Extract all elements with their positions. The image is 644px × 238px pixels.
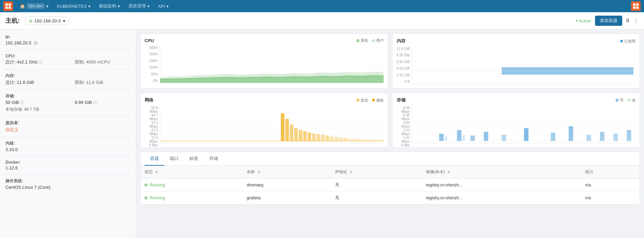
running-dot-icon-2 bbox=[145, 197, 147, 199]
row1-stats: n/a bbox=[581, 179, 640, 191]
nav-infrastructure-label: 基础架构 bbox=[99, 3, 116, 9]
network-chart-area: 55.8 Mbps 44.7 Mbps 33.5 Mbps 22.3 Mbps … bbox=[145, 106, 384, 143]
table-row[interactable]: Running dnsmasq 无 registry.cn-shenzh... … bbox=[141, 179, 640, 191]
nav-right-icon[interactable] bbox=[631, 1, 641, 11]
os-value: CentOS Linux 7 (Core) bbox=[5, 185, 130, 190]
memory-used-dot bbox=[620, 40, 623, 42]
svg-rect-43 bbox=[361, 139, 365, 141]
svg-rect-59 bbox=[568, 126, 573, 141]
storage-total: 50 GiB bbox=[5, 100, 19, 105]
storage-write-dot bbox=[616, 99, 618, 102]
charts-grid: CPU 系统 用户 400% bbox=[140, 34, 640, 148]
storage-y-1: 8.06 Mbps bbox=[397, 106, 410, 113]
network-recv-dot bbox=[372, 99, 375, 102]
row1-name: dnsmasq bbox=[243, 179, 331, 191]
svg-rect-42 bbox=[357, 139, 361, 141]
memory-y-axis: 11.6 GiB 9.26 GiB 6.95 GiB 4.63 GiB 2.32… bbox=[397, 47, 412, 84]
storage-used: 9.99 GiB bbox=[75, 100, 92, 105]
col-status[interactable]: 状态 ⇅ bbox=[141, 166, 243, 179]
logo-icon[interactable] bbox=[3, 1, 13, 11]
memory-chart-title: 内存 bbox=[397, 38, 406, 44]
network-y-2: 44.7 Mbps bbox=[145, 113, 158, 121]
memory-legend-used: 已使用 bbox=[620, 39, 635, 44]
os-label: 操作系统: bbox=[5, 178, 130, 184]
info-memory-section: 内存: 总计: 11.6 GiB 限制: 11.6 GiB bbox=[5, 73, 130, 86]
row1-image: registry.cn-shenzh... bbox=[422, 179, 581, 191]
docker-label: Docker: bbox=[5, 160, 130, 165]
memory-limit: 限制: 11.6 GiB bbox=[75, 80, 103, 85]
more-options-icon[interactable]: ⋮ bbox=[633, 18, 639, 24]
cpu-chart-title: CPU bbox=[145, 38, 154, 43]
svg-rect-5 bbox=[636, 3, 639, 6]
storage-chart-content bbox=[412, 106, 636, 143]
nav-api-label: API bbox=[158, 4, 165, 9]
col-stats: 统计 bbox=[581, 166, 640, 179]
svg-rect-45 bbox=[370, 140, 374, 141]
nav-kubernetes[interactable]: KUBERNETES ▾ bbox=[53, 0, 95, 12]
info-docker-section: Docker: 1.12.6 bbox=[5, 160, 130, 170]
tab-ports[interactable]: 端口 bbox=[164, 152, 184, 166]
host-selector[interactable]: ▤ 192-168-20-5 ▾ bbox=[25, 17, 69, 25]
storage-chart-area: 8.06 Mbps 6.45 Mbps 4.84 Mbps 3.23 Mbps … bbox=[397, 106, 636, 143]
nav-system[interactable]: 系统管理 ▾ bbox=[124, 0, 154, 12]
tab-storage[interactable]: 存储 bbox=[204, 152, 224, 166]
col-name[interactable]: 名称 ⇅ bbox=[243, 166, 331, 179]
svg-rect-6 bbox=[633, 6, 635, 9]
network-send-label: 发送 bbox=[361, 98, 368, 103]
row2-name: grafana bbox=[243, 191, 331, 204]
nav-host[interactable]: 🏠 k8s-dev ▾ bbox=[16, 0, 53, 12]
cpu-system-label: 系统 bbox=[361, 38, 368, 43]
svg-rect-34 bbox=[321, 135, 325, 141]
left-panel: IP: 192.168.20.5 ⧉ CPU: 总计: 4x2.1 GHz ⓘ … bbox=[0, 30, 136, 238]
info-storage-section: 存储: 50 GiB ⓘ 9.99 GiB ⓘ 本地存储: 48.7 TiB bbox=[5, 93, 130, 112]
storage-y-2: 6.45 Mbps bbox=[397, 113, 410, 121]
row1-ip: 无 bbox=[331, 179, 422, 191]
col-image[interactable]: 镜像(命令) ⇅ bbox=[422, 166, 581, 179]
copy-icon[interactable]: ⧉ bbox=[34, 40, 37, 45]
table-row[interactable]: Running grafana 无 registry.cn-shenzh... … bbox=[141, 191, 640, 204]
row2-ip: 无 bbox=[331, 191, 422, 204]
memory-label: 内存: bbox=[5, 73, 130, 79]
host-icon: 🏠 bbox=[20, 4, 25, 9]
cpu-y-160: 160% bbox=[145, 66, 158, 69]
network-chart-title: 网络 bbox=[145, 97, 153, 103]
host-selector-chevron: ▾ bbox=[63, 18, 65, 23]
memory-used-label: 已使用 bbox=[624, 39, 635, 44]
nav-api[interactable]: API ▾ bbox=[154, 0, 173, 12]
svg-rect-37 bbox=[334, 137, 338, 141]
storage-read-dot bbox=[628, 99, 630, 102]
ip-sort-icon: ⇅ bbox=[350, 170, 352, 174]
provider-value[interactable]: 自定义 bbox=[5, 127, 130, 133]
nav-infrastructure[interactable]: 基础架构 ▾ bbox=[95, 0, 124, 12]
memory-chart-area: 11.6 GiB 9.26 GiB 6.95 GiB 4.63 GiB 2.32… bbox=[397, 47, 636, 84]
svg-rect-29 bbox=[299, 130, 302, 141]
network-send-dot bbox=[357, 99, 359, 102]
tab-labels[interactable]: 标签 bbox=[184, 152, 204, 166]
svg-rect-62 bbox=[613, 134, 617, 141]
cpu-total: 总计: 4x2.1 GHz bbox=[5, 59, 38, 65]
svg-rect-25 bbox=[281, 113, 285, 141]
host-selector-name: 192-168-20-5 bbox=[34, 18, 61, 23]
network-legend-recv: 接收 bbox=[372, 98, 384, 103]
svg-rect-53 bbox=[457, 130, 461, 141]
tab-containers[interactable]: 容器 bbox=[145, 152, 164, 166]
page-header: 主机: ▤ 192-168-20-5 ▾ Active 添加容器 ⏸ ⋮ bbox=[0, 12, 644, 30]
cpu-y-320: 320% bbox=[145, 52, 158, 56]
kubernetes-chevron-icon: ▾ bbox=[88, 4, 90, 9]
col-ip-label: IP地址 bbox=[335, 169, 347, 174]
image-sort-icon: ⇅ bbox=[447, 170, 450, 174]
memory-y-2: 9.26 GiB bbox=[397, 53, 410, 57]
svg-rect-47 bbox=[379, 140, 383, 141]
cpu-chart-header: CPU 系统 用户 bbox=[145, 38, 384, 43]
top-nav: 🏠 k8s-dev ▾ KUBERNETES ▾ 基础架构 ▾ 系统管理 ▾ A… bbox=[0, 0, 644, 12]
svg-rect-30 bbox=[303, 131, 307, 141]
cpu-y-80: 80% bbox=[145, 72, 158, 76]
pause-icon[interactable]: ⏸ bbox=[625, 18, 630, 24]
network-recv-label: 接收 bbox=[376, 98, 384, 103]
row2-status: Running bbox=[141, 191, 243, 204]
network-y-1: 55.8 Mbps bbox=[145, 106, 158, 113]
col-ip[interactable]: IP地址 ⇅ bbox=[331, 166, 422, 179]
storage-read-label: 读 bbox=[632, 98, 635, 103]
svg-rect-56 bbox=[501, 135, 506, 141]
add-container-button[interactable]: 添加容器 bbox=[595, 16, 622, 26]
